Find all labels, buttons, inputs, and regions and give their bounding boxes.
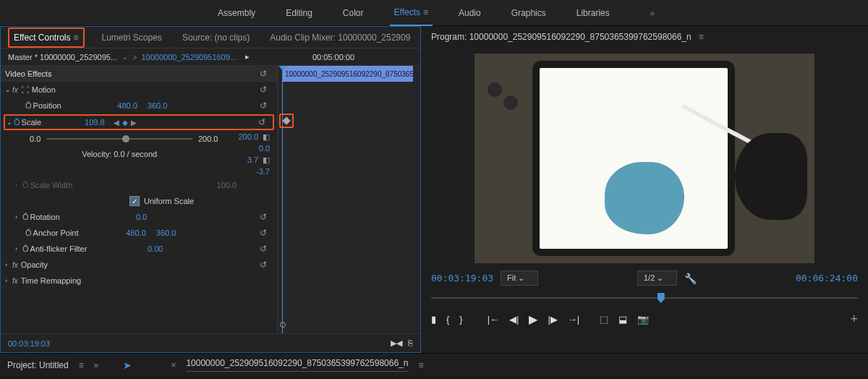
stopwatch-rotation[interactable]: Ŏ — [22, 213, 29, 221]
step-forward-icon[interactable]: |▶ — [548, 314, 557, 325]
ws-tab-libraries[interactable]: Libraries — [572, 1, 614, 25]
reset-position[interactable]: ↺ — [260, 101, 273, 111]
sequence-tab[interactable]: 10000000_252909516092290_875036539976259… — [186, 358, 408, 372]
marker-icon[interactable]: ▮ — [431, 314, 436, 325]
program-timecode-left[interactable]: 00:03:19:03 — [431, 273, 493, 284]
ws-tab-assembly[interactable]: Assembly — [213, 1, 260, 25]
twirl-scale[interactable]: ⌄ — [7, 119, 14, 126]
position-x[interactable]: 480.0 — [117, 101, 137, 110]
panel-menu-icon[interactable]: ≡ — [699, 32, 704, 42]
panel-menu-icon[interactable]: ≡ — [79, 360, 84, 370]
project-bar: Project: Untitled ≡ » ➤ × 10000000_25290… — [0, 353, 868, 376]
effect-timeline: 10000000_252909516092290_87503653995 — [277, 66, 420, 333]
play-icon[interactable]: ▶ — [529, 312, 537, 326]
menu-icon: ≡ — [423, 7, 428, 17]
ws-tab-audio[interactable]: Audio — [454, 1, 485, 25]
panel-menu-icon[interactable]: ≡ — [418, 360, 423, 370]
graph-zero[interactable]: 0.0 — [259, 144, 270, 153]
loop-toggle-icon[interactable]: ▶◀ — [391, 338, 402, 348]
graph-box-icon-2[interactable]: ◧ — [263, 156, 270, 164]
panel-timecode[interactable]: 00:03:19:03 — [8, 339, 50, 348]
graph-vel-pos[interactable]: 3.7 — [247, 156, 258, 164]
scale-slider[interactable] — [46, 138, 192, 140]
stopwatch-scale[interactable]: Ŏ — [14, 118, 20, 127]
stopwatch-flicker[interactable]: Ŏ — [22, 244, 29, 253]
step-back-icon[interactable]: ◀| — [509, 314, 519, 325]
reset-icon[interactable]: ↺ — [260, 69, 273, 79]
timeline-end-handle[interactable] — [280, 322, 286, 328]
export-frame-icon[interactable]: 📷 — [637, 314, 649, 325]
program-monitor[interactable] — [475, 54, 814, 263]
scrub-playhead[interactable] — [658, 293, 665, 303]
playhead[interactable] — [282, 66, 283, 333]
tab-effect-controls[interactable]: Effect Controls≡ — [8, 27, 85, 48]
anchor-x[interactable]: 480.0 — [126, 229, 146, 237]
tab-lumetri-scopes[interactable]: Lumetri Scopes — [99, 27, 165, 48]
project-tab[interactable]: Project: Untitled — [7, 360, 69, 370]
lift-icon[interactable]: ⬚ — [600, 314, 608, 325]
extract-icon[interactable]: ⬓ — [618, 314, 627, 325]
twirl-opacity[interactable]: › — [5, 261, 12, 268]
add-button-icon[interactable]: + — [850, 312, 858, 327]
rotation-value[interactable]: 0.0 — [136, 213, 147, 221]
ws-tab-graphics[interactable]: Graphics — [507, 1, 550, 25]
graph-vel-neg[interactable]: -3.7 — [256, 167, 270, 176]
scale-width-value: 100.0 — [216, 181, 237, 190]
scale-value[interactable]: 109.8 — [85, 118, 105, 127]
program-timecode-right[interactable]: 00:06:24:00 — [796, 273, 858, 284]
resolution-select[interactable]: 1/2 ⌄ — [637, 271, 677, 286]
reset-opacity[interactable]: ↺ — [260, 260, 273, 270]
sequence-clip-link[interactable]: 10000000_25290951609... — [142, 53, 237, 61]
selection-tool-icon[interactable]: ➤ — [123, 359, 132, 371]
stopwatch-position[interactable]: Ŏ — [25, 101, 32, 110]
go-to-in-icon[interactable]: |← — [488, 314, 499, 325]
slider-thumb[interactable] — [122, 135, 129, 142]
ws-tab-effects[interactable]: Effects≡ — [390, 0, 433, 26]
scale-label: Scale — [22, 118, 42, 127]
panel-menu-icon[interactable]: ≡ — [73, 33, 78, 43]
anchor-y[interactable]: 360.0 — [156, 229, 176, 237]
reset-rotation[interactable]: ↺ — [260, 212, 273, 222]
graph-box-icon[interactable]: ◧ — [263, 132, 270, 141]
reset-scale[interactable]: ↺ — [258, 117, 271, 127]
twirl-motion[interactable]: ⌄ — [5, 86, 12, 93]
tab-audio-mixer[interactable]: Audio Clip Mixer: 10000000_252909 — [267, 27, 413, 48]
graph-max[interactable]: 200.0 — [238, 132, 258, 141]
add-keyframe[interactable]: ◆ — [122, 119, 128, 127]
position-y[interactable]: 360.0 — [148, 101, 168, 110]
workspace-overflow[interactable]: » — [650, 9, 655, 17]
play-only-icon[interactable]: ▸ — [245, 52, 250, 61]
hand-prop — [735, 133, 807, 220]
twirl-rotation[interactable]: › — [15, 213, 22, 221]
anchor-label: Anchor Point — [33, 229, 79, 237]
reset-motion[interactable]: ↺ — [260, 85, 273, 95]
reset-anchor[interactable]: ↺ — [260, 228, 273, 238]
scale-width-label: Scale Width — [30, 181, 73, 190]
flicker-label: Anti-flicker Filter — [30, 244, 88, 253]
ws-tab-color[interactable]: Color — [339, 1, 368, 25]
flicker-value[interactable]: 0.00 — [148, 244, 163, 253]
twirl-scale-width[interactable]: › — [15, 182, 22, 189]
out-point-icon[interactable]: } — [459, 314, 462, 325]
program-scrubber[interactable] — [431, 291, 858, 305]
tab-source[interactable]: Source: (no clips) — [179, 27, 252, 48]
twirl-flicker[interactable]: › — [15, 245, 22, 252]
in-point-icon[interactable]: { — [446, 314, 449, 325]
export-frame-icon[interactable]: ⎘ — [408, 338, 413, 348]
stopwatch-anchor[interactable]: Ŏ — [25, 229, 32, 237]
chevron-down-icon[interactable]: ⌄ — [122, 52, 128, 61]
zoom-select[interactable]: Fit ⌄ — [501, 271, 538, 286]
reset-flicker[interactable]: ↺ — [260, 244, 273, 254]
panel-overflow[interactable]: » — [94, 360, 99, 370]
twirl-time-remap[interactable]: › — [5, 277, 12, 284]
timeline-clip-bar[interactable]: 10000000_252909516092290_87503653995 — [282, 66, 413, 82]
timeline-timecode: 00:05:00:00 — [254, 53, 413, 61]
uniform-scale-checkbox[interactable]: ✓ — [129, 196, 140, 206]
ws-tab-editing[interactable]: Editing — [281, 1, 317, 25]
prev-keyframe[interactable]: ◀ — [114, 119, 119, 127]
wrench-icon[interactable]: 🔧 — [684, 273, 697, 284]
keyframe-marker[interactable] — [279, 114, 294, 128]
next-keyframe[interactable]: ▶ — [131, 119, 137, 127]
slider-max: 200.0 — [198, 135, 218, 143]
go-to-out-icon[interactable]: →| — [568, 314, 579, 325]
